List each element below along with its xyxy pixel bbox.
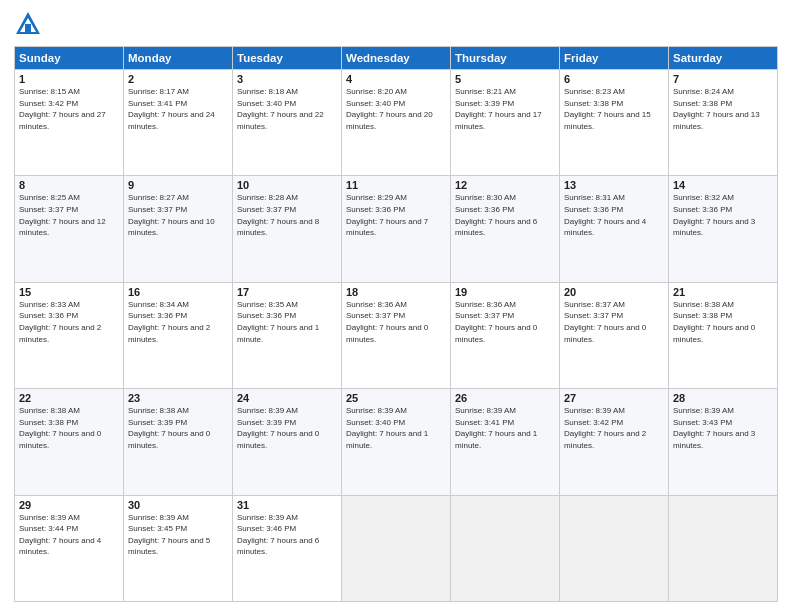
calendar-day-header: Sunday	[15, 47, 124, 70]
calendar-cell: 6Sunrise: 8:23 AMSunset: 3:38 PMDaylight…	[560, 70, 669, 176]
day-number: 23	[128, 392, 228, 404]
header	[14, 10, 778, 38]
svg-rect-2	[25, 24, 31, 32]
calendar-cell: 24Sunrise: 8:39 AMSunset: 3:39 PMDayligh…	[233, 389, 342, 495]
calendar-cell: 2Sunrise: 8:17 AMSunset: 3:41 PMDaylight…	[124, 70, 233, 176]
day-number: 12	[455, 179, 555, 191]
day-info: Sunrise: 8:25 AMSunset: 3:37 PMDaylight:…	[19, 192, 119, 238]
day-info: Sunrise: 8:23 AMSunset: 3:38 PMDaylight:…	[564, 86, 664, 132]
calendar-cell: 27Sunrise: 8:39 AMSunset: 3:42 PMDayligh…	[560, 389, 669, 495]
day-info: Sunrise: 8:17 AMSunset: 3:41 PMDaylight:…	[128, 86, 228, 132]
calendar-cell: 31Sunrise: 8:39 AMSunset: 3:46 PMDayligh…	[233, 495, 342, 601]
calendar-cell: 11Sunrise: 8:29 AMSunset: 3:36 PMDayligh…	[342, 176, 451, 282]
calendar-header-row: SundayMondayTuesdayWednesdayThursdayFrid…	[15, 47, 778, 70]
day-number: 19	[455, 286, 555, 298]
day-info: Sunrise: 8:24 AMSunset: 3:38 PMDaylight:…	[673, 86, 773, 132]
day-info: Sunrise: 8:18 AMSunset: 3:40 PMDaylight:…	[237, 86, 337, 132]
calendar-table: SundayMondayTuesdayWednesdayThursdayFrid…	[14, 46, 778, 602]
day-number: 20	[564, 286, 664, 298]
day-info: Sunrise: 8:36 AMSunset: 3:37 PMDaylight:…	[455, 299, 555, 345]
day-info: Sunrise: 8:35 AMSunset: 3:36 PMDaylight:…	[237, 299, 337, 345]
day-number: 8	[19, 179, 119, 191]
calendar-cell: 4Sunrise: 8:20 AMSunset: 3:40 PMDaylight…	[342, 70, 451, 176]
day-number: 11	[346, 179, 446, 191]
day-info: Sunrise: 8:39 AMSunset: 3:46 PMDaylight:…	[237, 512, 337, 558]
calendar-cell: 17Sunrise: 8:35 AMSunset: 3:36 PMDayligh…	[233, 282, 342, 388]
day-info: Sunrise: 8:39 AMSunset: 3:44 PMDaylight:…	[19, 512, 119, 558]
calendar-day-header: Saturday	[669, 47, 778, 70]
day-number: 29	[19, 499, 119, 511]
day-number: 7	[673, 73, 773, 85]
day-number: 4	[346, 73, 446, 85]
day-number: 15	[19, 286, 119, 298]
calendar-week-row: 15Sunrise: 8:33 AMSunset: 3:36 PMDayligh…	[15, 282, 778, 388]
calendar-cell	[342, 495, 451, 601]
calendar-cell: 7Sunrise: 8:24 AMSunset: 3:38 PMDaylight…	[669, 70, 778, 176]
day-number: 26	[455, 392, 555, 404]
day-number: 21	[673, 286, 773, 298]
day-info: Sunrise: 8:39 AMSunset: 3:39 PMDaylight:…	[237, 405, 337, 451]
day-info: Sunrise: 8:20 AMSunset: 3:40 PMDaylight:…	[346, 86, 446, 132]
page: SundayMondayTuesdayWednesdayThursdayFrid…	[0, 0, 792, 612]
day-number: 28	[673, 392, 773, 404]
day-info: Sunrise: 8:36 AMSunset: 3:37 PMDaylight:…	[346, 299, 446, 345]
day-number: 27	[564, 392, 664, 404]
day-info: Sunrise: 8:30 AMSunset: 3:36 PMDaylight:…	[455, 192, 555, 238]
day-info: Sunrise: 8:31 AMSunset: 3:36 PMDaylight:…	[564, 192, 664, 238]
day-info: Sunrise: 8:27 AMSunset: 3:37 PMDaylight:…	[128, 192, 228, 238]
calendar-cell: 22Sunrise: 8:38 AMSunset: 3:38 PMDayligh…	[15, 389, 124, 495]
day-number: 3	[237, 73, 337, 85]
calendar-cell: 20Sunrise: 8:37 AMSunset: 3:37 PMDayligh…	[560, 282, 669, 388]
logo	[14, 10, 46, 38]
day-number: 30	[128, 499, 228, 511]
calendar-day-header: Friday	[560, 47, 669, 70]
day-number: 14	[673, 179, 773, 191]
calendar-day-header: Monday	[124, 47, 233, 70]
calendar-cell: 10Sunrise: 8:28 AMSunset: 3:37 PMDayligh…	[233, 176, 342, 282]
day-number: 31	[237, 499, 337, 511]
calendar-week-row: 22Sunrise: 8:38 AMSunset: 3:38 PMDayligh…	[15, 389, 778, 495]
day-number: 1	[19, 73, 119, 85]
day-number: 25	[346, 392, 446, 404]
calendar-cell: 3Sunrise: 8:18 AMSunset: 3:40 PMDaylight…	[233, 70, 342, 176]
day-number: 6	[564, 73, 664, 85]
calendar-cell: 19Sunrise: 8:36 AMSunset: 3:37 PMDayligh…	[451, 282, 560, 388]
calendar-cell	[451, 495, 560, 601]
day-info: Sunrise: 8:39 AMSunset: 3:45 PMDaylight:…	[128, 512, 228, 558]
day-info: Sunrise: 8:33 AMSunset: 3:36 PMDaylight:…	[19, 299, 119, 345]
day-number: 5	[455, 73, 555, 85]
logo-icon	[14, 10, 42, 38]
calendar-cell: 14Sunrise: 8:32 AMSunset: 3:36 PMDayligh…	[669, 176, 778, 282]
calendar-week-row: 29Sunrise: 8:39 AMSunset: 3:44 PMDayligh…	[15, 495, 778, 601]
calendar-cell: 18Sunrise: 8:36 AMSunset: 3:37 PMDayligh…	[342, 282, 451, 388]
day-info: Sunrise: 8:28 AMSunset: 3:37 PMDaylight:…	[237, 192, 337, 238]
calendar-day-header: Thursday	[451, 47, 560, 70]
calendar-cell: 16Sunrise: 8:34 AMSunset: 3:36 PMDayligh…	[124, 282, 233, 388]
calendar-cell: 1Sunrise: 8:15 AMSunset: 3:42 PMDaylight…	[15, 70, 124, 176]
calendar-cell	[560, 495, 669, 601]
day-info: Sunrise: 8:21 AMSunset: 3:39 PMDaylight:…	[455, 86, 555, 132]
day-info: Sunrise: 8:39 AMSunset: 3:42 PMDaylight:…	[564, 405, 664, 451]
calendar-cell: 21Sunrise: 8:38 AMSunset: 3:38 PMDayligh…	[669, 282, 778, 388]
day-info: Sunrise: 8:15 AMSunset: 3:42 PMDaylight:…	[19, 86, 119, 132]
day-info: Sunrise: 8:39 AMSunset: 3:40 PMDaylight:…	[346, 405, 446, 451]
calendar-week-row: 8Sunrise: 8:25 AMSunset: 3:37 PMDaylight…	[15, 176, 778, 282]
calendar-cell: 30Sunrise: 8:39 AMSunset: 3:45 PMDayligh…	[124, 495, 233, 601]
day-number: 18	[346, 286, 446, 298]
calendar-cell: 13Sunrise: 8:31 AMSunset: 3:36 PMDayligh…	[560, 176, 669, 282]
calendar-day-header: Wednesday	[342, 47, 451, 70]
calendar-cell: 9Sunrise: 8:27 AMSunset: 3:37 PMDaylight…	[124, 176, 233, 282]
day-number: 13	[564, 179, 664, 191]
day-number: 9	[128, 179, 228, 191]
calendar-cell: 25Sunrise: 8:39 AMSunset: 3:40 PMDayligh…	[342, 389, 451, 495]
day-info: Sunrise: 8:38 AMSunset: 3:38 PMDaylight:…	[673, 299, 773, 345]
day-info: Sunrise: 8:29 AMSunset: 3:36 PMDaylight:…	[346, 192, 446, 238]
calendar-week-row: 1Sunrise: 8:15 AMSunset: 3:42 PMDaylight…	[15, 70, 778, 176]
day-number: 2	[128, 73, 228, 85]
day-info: Sunrise: 8:34 AMSunset: 3:36 PMDaylight:…	[128, 299, 228, 345]
calendar-cell: 8Sunrise: 8:25 AMSunset: 3:37 PMDaylight…	[15, 176, 124, 282]
day-info: Sunrise: 8:38 AMSunset: 3:39 PMDaylight:…	[128, 405, 228, 451]
day-number: 24	[237, 392, 337, 404]
day-number: 22	[19, 392, 119, 404]
day-number: 16	[128, 286, 228, 298]
